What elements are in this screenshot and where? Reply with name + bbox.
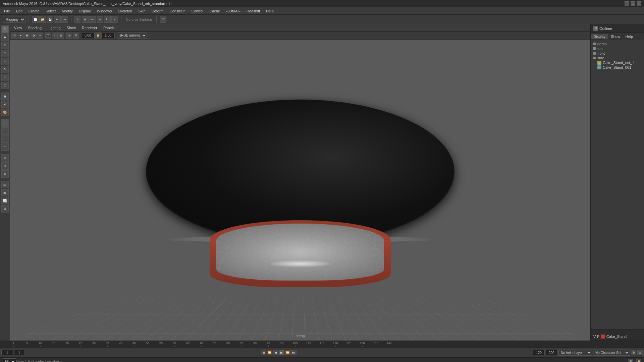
menu-edit[interactable]: Edit bbox=[13, 8, 25, 14]
move-button[interactable]: ✛ bbox=[97, 16, 103, 23]
vp-value-a[interactable]: 0.00 bbox=[81, 33, 95, 38]
select-tool[interactable]: ↖ bbox=[1, 25, 9, 33]
character-set-dropdown[interactable]: No Character Set bbox=[593, 350, 630, 356]
vp-camera[interactable]: 📷 bbox=[45, 33, 51, 39]
menu-control[interactable]: Control bbox=[189, 8, 206, 14]
vp-grid[interactable]: # bbox=[52, 33, 58, 39]
menu-3dtoall[interactable]: -3DtoAll- bbox=[223, 8, 243, 14]
group-expand-icon[interactable]: − bbox=[593, 61, 596, 64]
char-set-button[interactable]: ⚙ bbox=[631, 350, 636, 355]
step-back-button[interactable]: ⏪ bbox=[267, 350, 272, 355]
snap-grid[interactable]: ⊞ bbox=[1, 119, 9, 127]
snap-point[interactable]: · bbox=[1, 135, 9, 143]
menu-help[interactable]: Help bbox=[263, 8, 276, 14]
outliner-tab-show[interactable]: Show bbox=[608, 34, 623, 39]
paint-skin[interactable]: 🎨 bbox=[1, 109, 9, 116]
snap-surface[interactable]: ⬡ bbox=[1, 143, 9, 151]
undo-button[interactable]: ↩ bbox=[54, 16, 61, 23]
vp-lock[interactable]: 🔒 bbox=[95, 33, 101, 39]
vp-shading[interactable]: ◑ bbox=[31, 33, 37, 39]
skip-to-end-button[interactable]: ⏭ bbox=[291, 350, 297, 355]
vp-menu-shading[interactable]: Shading bbox=[25, 25, 44, 31]
menu-modify[interactable]: Modify bbox=[59, 8, 75, 14]
vp-menu-renderer[interactable]: Renderer bbox=[79, 25, 100, 31]
open-button[interactable]: 📂 bbox=[39, 16, 46, 23]
edge-tool[interactable]: ⊘ bbox=[1, 42, 9, 49]
anim-layer-dropdown[interactable]: No Anim Layer bbox=[558, 350, 592, 356]
render-button[interactable]: 🎬 bbox=[160, 16, 166, 23]
script-editor-button[interactable]: ⚙ bbox=[628, 359, 633, 362]
menu-skin[interactable]: Skin bbox=[136, 8, 148, 14]
paint-button[interactable]: ✏ bbox=[89, 16, 96, 23]
camera-side-entry[interactable]: side bbox=[592, 56, 643, 60]
render-view[interactable]: 🖥 bbox=[1, 205, 9, 213]
minimize-button[interactable]: — bbox=[625, 1, 629, 6]
window-controls[interactable]: — □ ✕ bbox=[625, 1, 641, 6]
skip-to-start-button[interactable]: ⏮ bbox=[261, 350, 266, 355]
vp-value-b[interactable]: 1.00 bbox=[101, 33, 115, 38]
move-tool-left[interactable]: ✛ bbox=[1, 58, 9, 65]
show-manip[interactable]: ⊕ bbox=[1, 154, 9, 162]
vp-hud[interactable]: ▤ bbox=[58, 33, 64, 39]
anim-pref-button[interactable]: ▤ bbox=[637, 350, 643, 355]
face-tool[interactable]: □ bbox=[1, 50, 9, 57]
universal-manip[interactable]: ⬡ bbox=[1, 82, 9, 89]
menu-display[interactable]: Display bbox=[76, 8, 94, 14]
lasso-button[interactable]: ⊕ bbox=[82, 16, 89, 23]
camera-persp-entry[interactable]: persp bbox=[592, 42, 643, 46]
menu-create[interactable]: Create bbox=[26, 8, 42, 14]
vertex-tool[interactable]: ◆ bbox=[1, 34, 9, 41]
rotate-tool-left[interactable]: ↻ bbox=[1, 66, 9, 73]
rotate-button[interactable]: ↻ bbox=[104, 16, 111, 23]
camera-top-entry[interactable]: top bbox=[592, 46, 643, 51]
step-forward-button[interactable]: ⏩ bbox=[285, 350, 290, 355]
outliner-tab-help[interactable]: Help bbox=[623, 34, 636, 39]
group-cake-stand[interactable]: − G Cake_Stand_nct_1 bbox=[592, 60, 643, 65]
anim-curve[interactable]: 📈 bbox=[1, 197, 9, 204]
colorspace-dropdown[interactable]: sRGB gamma bbox=[117, 33, 147, 39]
menu-cache[interactable]: Cache bbox=[207, 8, 223, 14]
menu-select[interactable]: Select bbox=[43, 8, 59, 14]
vp-lighting[interactable]: ☀ bbox=[37, 33, 43, 39]
snap-curve[interactable]: ⌒ bbox=[1, 127, 9, 135]
outliner-tab-display[interactable]: Display bbox=[591, 34, 608, 39]
scale-tool-left[interactable]: ⤢ bbox=[1, 74, 9, 81]
layers-icon[interactable]: ▤ bbox=[1, 181, 9, 188]
command-mode-dropdown[interactable]: MEL bbox=[3, 358, 16, 362]
play-back-button[interactable]: ◀ bbox=[273, 350, 278, 355]
vp-menu-show[interactable]: Show bbox=[64, 25, 79, 31]
vp-wireframe[interactable]: ⬡ bbox=[11, 33, 17, 39]
menu-deform[interactable]: Deform bbox=[149, 8, 166, 14]
vp-menu-lighting[interactable]: Lighting bbox=[45, 25, 63, 31]
vp-textured[interactable]: ▣ bbox=[24, 33, 30, 39]
new-scene-button[interactable]: 📄 bbox=[32, 16, 39, 23]
layer-color-swatch[interactable] bbox=[601, 335, 605, 339]
camera-front-entry[interactable]: front bbox=[592, 51, 643, 56]
vp-smooth[interactable]: ● bbox=[18, 33, 24, 39]
vp-isolate[interactable]: ◎ bbox=[66, 33, 72, 39]
select-tool-button[interactable]: ↖ bbox=[74, 16, 81, 23]
attribute[interactable]: ≡ bbox=[1, 170, 9, 178]
end-frame-field[interactable]: 120 bbox=[533, 350, 545, 355]
menu-constrain[interactable]: Constrain bbox=[167, 8, 188, 14]
lock-button[interactable]: 🔒 bbox=[636, 359, 641, 362]
history[interactable]: ⊙ bbox=[1, 162, 9, 170]
mode-dropdown[interactable]: Rigging bbox=[3, 16, 25, 23]
sculpt-tool[interactable]: 🖌 bbox=[1, 101, 9, 108]
redo-button[interactable]: ↪ bbox=[61, 16, 68, 23]
layer-p-label[interactable]: P bbox=[597, 335, 599, 339]
menu-redshift[interactable]: Redshift bbox=[244, 8, 263, 14]
viewport-3d[interactable]: persp bbox=[10, 40, 590, 341]
close-button[interactable]: ✕ bbox=[637, 1, 641, 6]
outliner-scrollbar[interactable] bbox=[591, 329, 644, 332]
vp-menu-panels[interactable]: Panels bbox=[101, 25, 117, 31]
vp-menu-view[interactable]: View bbox=[11, 25, 25, 31]
menu-windows[interactable]: Windows bbox=[94, 8, 115, 14]
maximize-button[interactable]: □ bbox=[631, 1, 635, 6]
menu-file[interactable]: File bbox=[1, 8, 13, 14]
menu-skeleton[interactable]: Skeleton bbox=[115, 8, 135, 14]
channel-box[interactable]: ▦ bbox=[1, 189, 9, 196]
vp-resolution[interactable]: ⊞ bbox=[73, 33, 79, 39]
start-frame-field[interactable]: 1 bbox=[14, 350, 24, 355]
current-frame-field[interactable]: 1 bbox=[1, 350, 13, 355]
